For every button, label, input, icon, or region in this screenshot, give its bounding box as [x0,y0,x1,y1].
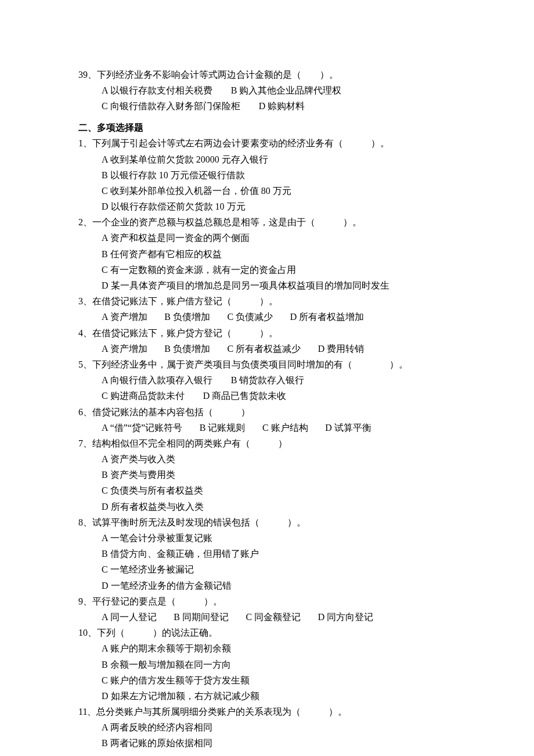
option-c: C 账户结构 [262,423,308,433]
question-text: 借贷记账法的基本内容包括（ ） [92,407,250,417]
question-options-line: A 以银行存款支付相关税费 B 购入其他企业品牌代理权 [78,82,464,98]
question-options-line: C 购进商品货款未付 D 商品已售货款未收 [78,388,464,404]
question-9: 9、平行登记的要点是（ ）。 A 同一人登记 B 同期间登记 C 同金额登记 D… [78,593,464,625]
question-options-line: C 向银行借款存入财务部门保险柜 D 赊购材料 [78,98,464,114]
option-c: C 一笔经济业务被漏记 [78,561,464,577]
option-c: C 有一定数额的资金来源，就有一定的资金占用 [78,262,464,278]
question-stem: 1、下列属于引起会计等式左右两边会计要素变动的经济业务有（ ）。 [78,135,464,151]
question-options: A 资产增加 B 负债增加 C 负债减少 D 所有者权益增加 [78,309,464,325]
question-stem: 2、一个企业的资产总额与权益总额总是相等，这是由于（ ）。 [78,214,464,230]
option-b: B 两者记账的原始依据相同 [78,735,464,751]
option-c: C 负债减少 [228,312,273,322]
question-stem: 39、下列经济业务不影响会计等式两边合计金额的是（ ）。 [78,67,464,82]
option-a: A 一笔会计分录被重复记账 [78,530,464,546]
question-stem: 8、试算平衡时所无法及时发现的错误包括（ ）。 [78,514,464,530]
option-a: A 同一人登记 [102,612,157,622]
question-7: 7、结构相似但不完全相同的两类账户有（ ） A 资产类与收入类 B 资产类与费用… [78,435,464,514]
question-stem: 9、平行登记的要点是（ ）。 [78,593,464,609]
question-11: 11、总分类账户与其所属明细分类账户的关系表现为（ ）。 A 两者反映的经济内容… [78,704,464,751]
option-b: B 余额一般与增加额在同一方向 [78,657,464,672]
document-page: 39、下列经济业务不影响会计等式两边合计金额的是（ ）。 A 以银行存款支付相关… [0,0,534,756]
question-number: 4、 [78,328,92,338]
option-b: B 同期间登记 [174,612,229,622]
question-options: A 资产增加 B 负债增加 C 所有者权益减少 D 费用转销 [78,341,464,357]
question-text: 下列经济业务不影响会计等式两边合计金额的是（ ）。 [97,70,338,80]
question-number: 7、 [78,438,92,448]
option-b: B 任何资产都有它相应的权益 [78,246,464,262]
option-a: A 资产类与收入类 [78,451,464,467]
option-b: B 借贷方向、金额正确，但用错了账户 [78,546,464,561]
question-number: 3、 [78,296,92,306]
question-stem: 4、在借贷记账法下，账户贷方登记（ ）。 [78,325,464,341]
question-stem: 6、借贷记账法的基本内容包括（ ） [78,404,464,420]
question-text: 试算平衡时所无法及时发现的错误包括（ ）。 [92,517,306,527]
question-number: 2、 [78,217,92,227]
option-d: D 以银行存款偿还前欠货款 10 万元 [78,199,464,214]
question-text: 总分类账户与其所属明细分类账户的关系表现为（ ）。 [96,707,347,717]
question-text: 下列（ ）的说法正确。 [97,628,218,638]
option-d: D 所有者权益类与收入类 [78,499,464,514]
question-text: 下列属于引起会计等式左右两边会计要素变动的经济业务有（ ）。 [92,138,389,148]
option-c: C 负债类与所有者权益类 [78,483,464,498]
question-number: 9、 [78,596,92,606]
question-number: 1、 [78,138,92,148]
option-c: C 所有者权益减少 [228,344,301,354]
question-stem: 7、结构相似但不完全相同的两类账户有（ ） [78,435,464,451]
option-a: A 资产增加 [102,344,147,354]
section-title: 二、多项选择题 [78,120,464,135]
question-number: 6、 [78,407,92,417]
option-d: D 一笔经济业务的借方金额记错 [78,578,464,593]
question-options: A 同一人登记 B 同期间登记 C 同金额登记 D 同方向登记 [78,609,464,625]
question-number: 5、 [78,359,92,369]
option-c: C 同金额登记 [246,612,301,622]
option-a: A “借”“贷”记账符号 [102,423,182,433]
question-stem: 11、总分类账户与其所属明细分类账户的关系表现为（ ）。 [78,704,464,719]
option-d: D 所有者权益增加 [290,312,365,322]
option-d: D 同方向登记 [318,612,374,622]
question-39: 39、下列经济业务不影响会计等式两边合计金额的是（ ）。 A 以银行存款支付相关… [78,67,464,114]
question-number: 39、 [78,70,97,80]
question-number: 11、 [78,707,96,717]
question-options: A “借”“贷”记账符号 B 记账规则 C 账户结构 D 试算平衡 [78,420,464,435]
question-1: 1、下列属于引起会计等式左右两边会计要素变动的经济业务有（ ）。 A 收到某单位… [78,135,464,214]
question-text: 在借贷记账法下，账户借方登记（ ）。 [92,296,278,306]
option-c: C 收到某外部单位投入机器一台，价值 80 万元 [78,183,464,199]
question-text: 一个企业的资产总额与权益总额总是相等，这是由于（ ）。 [92,217,362,227]
question-3: 3、在借贷记账法下，账户借方登记（ ）。 A 资产增加 B 负债增加 C 负债减… [78,293,464,325]
option-c: C 账户的借方发生额等于贷方发生额 [78,672,464,688]
question-8: 8、试算平衡时所无法及时发现的错误包括（ ）。 A 一笔会计分录被重复记账 B … [78,514,464,593]
question-options-line: A 向银行借入款项存入银行 B 销货款存入银行 [78,372,464,388]
option-a: A 资产增加 [102,312,147,322]
question-10: 10、下列（ ）的说法正确。 A 账户的期末余额等于期初余额 B 余额一般与增加… [78,625,464,704]
option-b: B 记账规则 [200,423,246,433]
question-text: 平行登记的要点是（ ）。 [92,596,222,606]
question-6: 6、借贷记账法的基本内容包括（ ） A “借”“贷”记账符号 B 记账规则 C … [78,404,464,435]
option-d: D 某一具体资产项目的增加总是同另一项具体权益项目的增加同时发生 [78,278,464,293]
question-stem: 5、下列经济业务中，属于资产类项目与负债类项目同时增加的有（ ）。 [78,357,464,372]
question-number: 8、 [78,517,92,527]
option-d: D 试算平衡 [325,423,371,433]
question-text: 下列经济业务中，属于资产类项目与负债类项目同时增加的有（ ）。 [92,359,408,369]
option-b: B 资产类与费用类 [78,467,464,483]
option-d: D 如果左方记增加额，右方就记减少额 [78,688,464,704]
question-text: 结构相似但不完全相同的两类账户有（ ） [92,438,287,448]
question-stem: 10、下列（ ）的说法正确。 [78,625,464,640]
question-number: 10、 [78,628,97,638]
question-5: 5、下列经济业务中，属于资产类项目与负债类项目同时增加的有（ ）。 A 向银行借… [78,357,464,404]
option-a: A 收到某单位前欠货款 20000 元存入银行 [78,152,464,167]
question-4: 4、在借贷记账法下，账户贷方登记（ ）。 A 资产增加 B 负债增加 C 所有者… [78,325,464,357]
option-d: D 费用转销 [318,344,365,354]
option-b: B 负债增加 [164,344,210,354]
option-a: A 账户的期末余额等于期初余额 [78,640,464,656]
question-text: 在借贷记账法下，账户贷方登记（ ）。 [92,328,278,338]
option-a: A 两者反映的经济内容相同 [78,719,464,735]
question-stem: 3、在借贷记账法下，账户借方登记（ ）。 [78,293,464,309]
option-b: B 以银行存款 10 万元偿还银行借款 [78,167,464,183]
option-a: A 资产和权益是同一资金的两个侧面 [78,230,464,246]
question-2: 2、一个企业的资产总额与权益总额总是相等，这是由于（ ）。 A 资产和权益是同一… [78,214,464,293]
option-b: B 负债增加 [164,312,210,322]
